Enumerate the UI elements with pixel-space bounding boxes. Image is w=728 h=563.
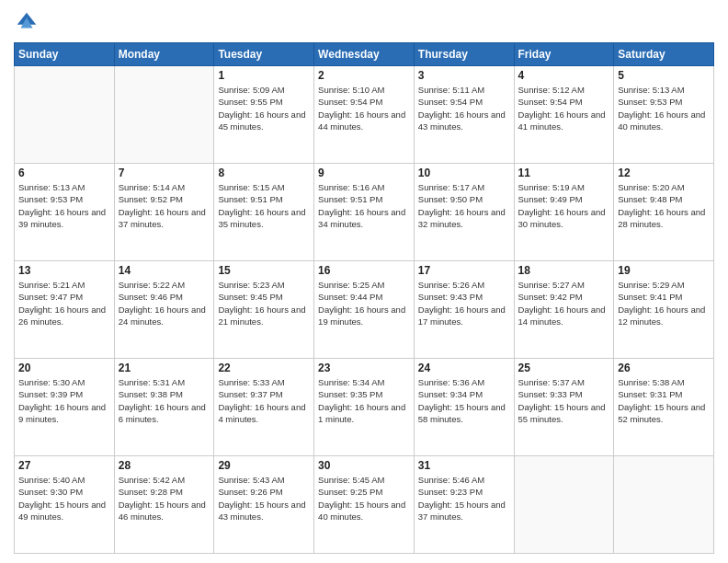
calendar-header-thursday: Thursday	[414, 43, 514, 66]
day-info: Sunrise: 5:26 AM Sunset: 9:43 PM Dayligh…	[418, 279, 510, 327]
calendar-cell: 29Sunrise: 5:43 AM Sunset: 9:26 PM Dayli…	[214, 456, 314, 554]
logo	[14, 9, 43, 35]
day-number: 1	[218, 69, 310, 82]
calendar-cell: 13Sunrise: 5:21 AM Sunset: 9:47 PM Dayli…	[15, 261, 115, 359]
calendar-cell: 30Sunrise: 5:45 AM Sunset: 9:25 PM Dayli…	[314, 456, 415, 554]
day-number: 27	[18, 459, 110, 472]
calendar-cell: 6Sunrise: 5:13 AM Sunset: 9:53 PM Daylig…	[15, 164, 115, 261]
calendar-cell	[514, 456, 614, 554]
day-info: Sunrise: 5:30 AM Sunset: 9:39 PM Dayligh…	[18, 376, 110, 425]
calendar-week-3: 20Sunrise: 5:30 AM Sunset: 9:39 PM Dayli…	[15, 359, 714, 456]
calendar-cell	[114, 66, 214, 164]
day-info: Sunrise: 5:09 AM Sunset: 9:55 PM Dayligh…	[218, 84, 310, 132]
calendar-week-0: 1Sunrise: 5:09 AM Sunset: 9:55 PM Daylig…	[15, 66, 714, 164]
calendar-week-1: 6Sunrise: 5:13 AM Sunset: 9:53 PM Daylig…	[15, 164, 714, 261]
day-number: 30	[318, 459, 410, 472]
day-info: Sunrise: 5:29 AM Sunset: 9:41 PM Dayligh…	[618, 279, 710, 327]
day-number: 9	[318, 167, 410, 179]
day-number: 29	[218, 459, 310, 472]
day-number: 5	[618, 69, 710, 82]
day-info: Sunrise: 5:12 AM Sunset: 9:54 PM Dayligh…	[518, 84, 610, 132]
calendar-cell: 4Sunrise: 5:12 AM Sunset: 9:54 PM Daylig…	[514, 66, 614, 164]
day-number: 18	[518, 264, 610, 277]
day-number: 8	[218, 167, 310, 179]
calendar-cell: 18Sunrise: 5:27 AM Sunset: 9:42 PM Dayli…	[514, 261, 614, 359]
calendar-cell: 12Sunrise: 5:20 AM Sunset: 9:48 PM Dayli…	[614, 164, 714, 261]
calendar-cell: 23Sunrise: 5:34 AM Sunset: 9:35 PM Dayli…	[314, 359, 415, 456]
day-info: Sunrise: 5:21 AM Sunset: 9:47 PM Dayligh…	[18, 279, 110, 327]
page: SundayMondayTuesdayWednesdayThursdayFrid…	[0, 0, 728, 563]
day-info: Sunrise: 5:13 AM Sunset: 9:53 PM Dayligh…	[18, 181, 110, 230]
header	[14, 9, 714, 35]
day-number: 31	[418, 459, 510, 472]
calendar-cell: 3Sunrise: 5:11 AM Sunset: 9:54 PM Daylig…	[414, 66, 514, 164]
day-info: Sunrise: 5:25 AM Sunset: 9:44 PM Dayligh…	[318, 279, 410, 327]
logo-icon	[14, 9, 40, 35]
day-info: Sunrise: 5:20 AM Sunset: 9:48 PM Dayligh…	[618, 181, 710, 230]
calendar-cell: 15Sunrise: 5:23 AM Sunset: 9:45 PM Dayli…	[214, 261, 314, 359]
day-number: 13	[18, 264, 110, 277]
day-number: 3	[418, 69, 510, 82]
calendar-header-tuesday: Tuesday	[214, 43, 314, 66]
day-number: 15	[218, 264, 310, 277]
day-number: 26	[618, 362, 710, 374]
day-number: 28	[119, 459, 210, 472]
day-number: 12	[618, 167, 710, 179]
calendar-cell: 31Sunrise: 5:46 AM Sunset: 9:23 PM Dayli…	[414, 456, 514, 554]
day-number: 25	[518, 362, 610, 374]
day-info: Sunrise: 5:37 AM Sunset: 9:33 PM Dayligh…	[518, 376, 610, 425]
day-info: Sunrise: 5:43 AM Sunset: 9:26 PM Dayligh…	[218, 474, 310, 523]
calendar-cell: 7Sunrise: 5:14 AM Sunset: 9:52 PM Daylig…	[114, 164, 214, 261]
calendar-cell: 2Sunrise: 5:10 AM Sunset: 9:54 PM Daylig…	[314, 66, 415, 164]
calendar-week-4: 27Sunrise: 5:40 AM Sunset: 9:30 PM Dayli…	[15, 456, 714, 554]
day-info: Sunrise: 5:36 AM Sunset: 9:34 PM Dayligh…	[418, 376, 510, 425]
day-number: 21	[119, 362, 210, 374]
calendar-cell: 25Sunrise: 5:37 AM Sunset: 9:33 PM Dayli…	[514, 359, 614, 456]
calendar-cell: 24Sunrise: 5:36 AM Sunset: 9:34 PM Dayli…	[414, 359, 514, 456]
day-number: 14	[119, 264, 210, 277]
day-info: Sunrise: 5:19 AM Sunset: 9:49 PM Dayligh…	[518, 181, 610, 230]
calendar-cell: 21Sunrise: 5:31 AM Sunset: 9:38 PM Dayli…	[114, 359, 214, 456]
day-info: Sunrise: 5:17 AM Sunset: 9:50 PM Dayligh…	[418, 181, 510, 230]
day-info: Sunrise: 5:46 AM Sunset: 9:23 PM Dayligh…	[418, 474, 510, 523]
day-number: 22	[218, 362, 310, 374]
calendar-cell: 9Sunrise: 5:16 AM Sunset: 9:51 PM Daylig…	[314, 164, 415, 261]
calendar-header-wednesday: Wednesday	[314, 43, 415, 66]
calendar-header-saturday: Saturday	[614, 43, 714, 66]
day-info: Sunrise: 5:38 AM Sunset: 9:31 PM Dayligh…	[618, 376, 710, 425]
day-number: 4	[518, 69, 610, 82]
calendar-cell: 1Sunrise: 5:09 AM Sunset: 9:55 PM Daylig…	[214, 66, 314, 164]
day-number: 11	[518, 167, 610, 179]
day-info: Sunrise: 5:42 AM Sunset: 9:28 PM Dayligh…	[119, 474, 210, 523]
day-number: 6	[18, 167, 110, 179]
calendar-cell: 11Sunrise: 5:19 AM Sunset: 9:49 PM Dayli…	[514, 164, 614, 261]
day-number: 7	[119, 167, 210, 179]
day-number: 10	[418, 167, 510, 179]
day-info: Sunrise: 5:31 AM Sunset: 9:38 PM Dayligh…	[119, 376, 210, 425]
calendar-cell: 16Sunrise: 5:25 AM Sunset: 9:44 PM Dayli…	[314, 261, 415, 359]
day-info: Sunrise: 5:14 AM Sunset: 9:52 PM Dayligh…	[119, 181, 210, 230]
day-number: 24	[418, 362, 510, 374]
day-number: 19	[618, 264, 710, 277]
calendar-cell: 27Sunrise: 5:40 AM Sunset: 9:30 PM Dayli…	[15, 456, 115, 554]
day-number: 23	[318, 362, 410, 374]
day-number: 17	[418, 264, 510, 277]
day-info: Sunrise: 5:40 AM Sunset: 9:30 PM Dayligh…	[18, 474, 110, 523]
calendar-cell	[614, 456, 714, 554]
calendar-cell: 17Sunrise: 5:26 AM Sunset: 9:43 PM Dayli…	[414, 261, 514, 359]
day-info: Sunrise: 5:10 AM Sunset: 9:54 PM Dayligh…	[318, 84, 410, 132]
day-info: Sunrise: 5:34 AM Sunset: 9:35 PM Dayligh…	[318, 376, 410, 425]
calendar-cell: 5Sunrise: 5:13 AM Sunset: 9:53 PM Daylig…	[614, 66, 714, 164]
day-info: Sunrise: 5:27 AM Sunset: 9:42 PM Dayligh…	[518, 279, 610, 327]
calendar-header-row: SundayMondayTuesdayWednesdayThursdayFrid…	[15, 43, 714, 66]
calendar-header-monday: Monday	[114, 43, 214, 66]
calendar-cell: 8Sunrise: 5:15 AM Sunset: 9:51 PM Daylig…	[214, 164, 314, 261]
day-number: 20	[18, 362, 110, 374]
calendar-cell	[15, 66, 115, 164]
calendar-cell: 19Sunrise: 5:29 AM Sunset: 9:41 PM Dayli…	[614, 261, 714, 359]
calendar-header-friday: Friday	[514, 43, 614, 66]
day-info: Sunrise: 5:33 AM Sunset: 9:37 PM Dayligh…	[218, 376, 310, 425]
calendar-table: SundayMondayTuesdayWednesdayThursdayFrid…	[14, 42, 714, 554]
calendar-cell: 22Sunrise: 5:33 AM Sunset: 9:37 PM Dayli…	[214, 359, 314, 456]
day-info: Sunrise: 5:13 AM Sunset: 9:53 PM Dayligh…	[618, 84, 710, 132]
